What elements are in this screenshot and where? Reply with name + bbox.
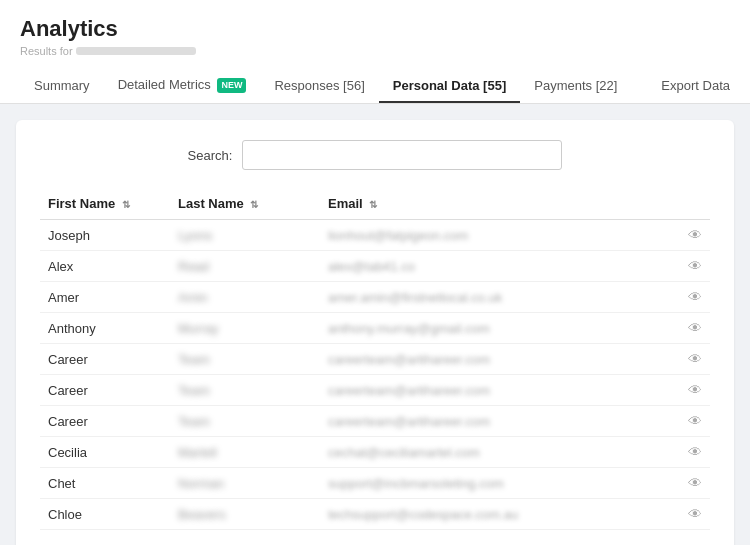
subtitle-text: Results for (20, 45, 73, 57)
table-row: AnthonyMurrayanthony.murray@gmail.com👁 (40, 313, 710, 344)
cell-email: careerteam@artihareer.com (320, 406, 670, 437)
cell-first-name: Anthony (40, 313, 170, 344)
cell-action: 👁 (670, 437, 710, 468)
cell-first-name: Amer (40, 282, 170, 313)
cell-first-name: Chloe (40, 499, 170, 530)
tab-bar: Summary Detailed Metrics NEW Responses [… (20, 69, 730, 103)
cell-first-name: Career (40, 344, 170, 375)
col-header-email: Email ⇅ (320, 190, 670, 220)
table-row: CareerTeamcareerteam@artihareer.com👁 (40, 375, 710, 406)
cell-email: techsupport@codespace.com.au (320, 499, 670, 530)
cell-first-name: Chet (40, 468, 170, 499)
cell-last-name: Read (170, 251, 320, 282)
search-input[interactable] (242, 140, 562, 170)
view-row-button[interactable]: 👁 (688, 227, 702, 243)
view-row-button[interactable]: 👁 (688, 444, 702, 460)
cell-action: 👁 (670, 375, 710, 406)
table-header-row: First Name ⇅ Last Name ⇅ Email ⇅ (40, 190, 710, 220)
table-row: ChloeBeaverstechsupport@codespace.com.au… (40, 499, 710, 530)
cell-action: 👁 (670, 499, 710, 530)
cell-last-name: Lyons (170, 220, 320, 251)
cell-last-name: Beavers (170, 499, 320, 530)
view-row-button[interactable]: 👁 (688, 289, 702, 305)
data-card: Search: First Name ⇅ Last Name ⇅ Email (16, 120, 734, 545)
cell-last-name: Amin (170, 282, 320, 313)
cell-email: careerteam@artihareer.com (320, 344, 670, 375)
table-row: JosephLyonslionhout@fatpigeon.com👁 (40, 220, 710, 251)
cell-action: 👁 (670, 251, 710, 282)
table-row: CareerTeamcareerteam@artihareer.com👁 (40, 344, 710, 375)
header-subtitle: Results for (20, 44, 730, 57)
sort-icon-first-name[interactable]: ⇅ (122, 199, 130, 210)
cell-last-name: Martell (170, 437, 320, 468)
table-row: AlexReadalex@tab41.co👁 (40, 251, 710, 282)
cell-first-name: Career (40, 375, 170, 406)
tab-summary[interactable]: Summary (20, 70, 104, 103)
personal-data-table: First Name ⇅ Last Name ⇅ Email ⇅ JosephL… (40, 190, 710, 530)
cell-last-name: Team (170, 344, 320, 375)
view-row-button[interactable]: 👁 (688, 258, 702, 274)
table-row: CareerTeamcareerteam@artihareer.com👁 (40, 406, 710, 437)
new-badge: NEW (217, 78, 246, 93)
cell-last-name: Norman (170, 468, 320, 499)
cell-last-name: Team (170, 375, 320, 406)
table-row: CeciliaMartellcechat@ceciliamartel.com👁 (40, 437, 710, 468)
cell-email: lionhout@fatpigeon.com (320, 220, 670, 251)
cell-email: support@incbmarsoleting.com (320, 468, 670, 499)
tab-payments[interactable]: Payments [22] (520, 70, 631, 103)
col-header-first-name: First Name ⇅ (40, 190, 170, 220)
cell-action: 👁 (670, 313, 710, 344)
view-row-button[interactable]: 👁 (688, 413, 702, 429)
cell-action: 👁 (670, 344, 710, 375)
search-label: Search: (188, 148, 233, 163)
sort-icon-last-name[interactable]: ⇅ (250, 199, 258, 210)
page-title: Analytics (20, 16, 730, 42)
cell-first-name: Alex (40, 251, 170, 282)
cell-first-name: Career (40, 406, 170, 437)
tab-detailed-metrics[interactable]: Detailed Metrics NEW (104, 69, 261, 103)
col-header-action (670, 190, 710, 220)
tab-responses[interactable]: Responses [56] (260, 70, 378, 103)
sort-icon-email[interactable]: ⇅ (369, 199, 377, 210)
cell-email: cechat@ceciliamartel.com (320, 437, 670, 468)
cell-first-name: Joseph (40, 220, 170, 251)
table-row: AmerAminamer.amin@firstnetlocal.co.uk👁 (40, 282, 710, 313)
cell-action: 👁 (670, 406, 710, 437)
blurred-url (76, 47, 196, 55)
cell-action: 👁 (670, 282, 710, 313)
cell-last-name: Murray (170, 313, 320, 344)
table-row: ChetNormansupport@incbmarsoleting.com👁 (40, 468, 710, 499)
view-row-button[interactable]: 👁 (688, 320, 702, 336)
col-header-last-name: Last Name ⇅ (170, 190, 320, 220)
cell-action: 👁 (670, 220, 710, 251)
cell-action: 👁 (670, 468, 710, 499)
cell-email: anthony.murray@gmail.com (320, 313, 670, 344)
view-row-button[interactable]: 👁 (688, 351, 702, 367)
export-data-button[interactable]: Export Data (647, 70, 730, 103)
cell-email: amer.amin@firstnetlocal.co.uk (320, 282, 670, 313)
view-row-button[interactable]: 👁 (688, 475, 702, 491)
cell-last-name: Team (170, 406, 320, 437)
view-row-button[interactable]: 👁 (688, 506, 702, 522)
cell-first-name: Cecilia (40, 437, 170, 468)
cell-email: alex@tab41.co (320, 251, 670, 282)
cell-email: careerteam@artihareer.com (320, 375, 670, 406)
search-row: Search: (40, 140, 710, 170)
header: Analytics Results for Summary Detailed M… (0, 0, 750, 104)
view-row-button[interactable]: 👁 (688, 382, 702, 398)
tab-personal-data[interactable]: Personal Data [55] (379, 70, 520, 103)
main-content: Search: First Name ⇅ Last Name ⇅ Email (0, 104, 750, 545)
